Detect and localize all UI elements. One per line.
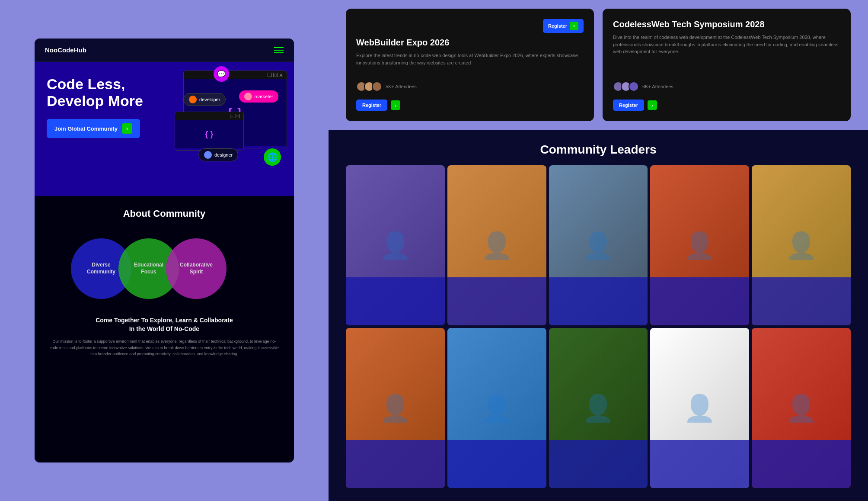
about-section: About Community DiverseCommunity Educati… [35, 196, 294, 462]
designer-label: designer [214, 152, 233, 157]
left-panel: NooCodeHub Code Less, Develop More Join … [0, 0, 329, 501]
leader-card-10: 👤 [752, 328, 851, 488]
event-1-footer: 5K+ Attendees [356, 81, 584, 92]
marketer-avatar [244, 93, 252, 100]
leader-card-8: 👤 [549, 328, 648, 488]
designer-badge: designer [198, 148, 238, 161]
event-1-avatar-group [356, 81, 382, 92]
event-1-register-button[interactable]: Register › [543, 19, 584, 33]
right-panel: Register › WebBuilder Expo 2026 Explore … [329, 0, 868, 501]
leader-card-2: 👤 [447, 165, 546, 325]
hero-headline: Code Less, Develop More [47, 76, 150, 109]
event-card-2: CodelessWeb Tech Symposium 2028 Dive int… [603, 9, 851, 121]
event-2-description: Dive into the realm of codeless web deve… [613, 34, 840, 77]
chat-bubble-icon: 💬 [214, 66, 229, 82]
event-1-attendee-count: 5K+ Attendees [386, 84, 417, 89]
leader-10-overlay [752, 440, 851, 488]
leader-5-overlay [752, 277, 851, 325]
nav-logo: NooCodeHub [45, 46, 86, 54]
window-controls: ─ □ ✕ [268, 73, 283, 77]
marketer-label: marketer [255, 94, 273, 99]
leader-4-overlay [650, 277, 749, 325]
leaders-grid: 👤 👤 👤 👤 👤 👤 [346, 165, 851, 488]
event-2-reg-arrow-full: › [648, 100, 657, 110]
event-1-register-arrow-icon: › [570, 22, 578, 30]
event-2-title: CodelessWeb Tech Symposium 2028 [613, 19, 840, 29]
event-2-register-btn-full[interactable]: Register [613, 100, 644, 111]
nav-bar: NooCodeHub [35, 39, 294, 62]
hamburger-menu[interactable] [274, 47, 284, 53]
leader-7-overlay [447, 440, 546, 488]
leaders-title: Community Leaders [346, 143, 851, 157]
venn-circle-collaborative: CollaborativeSpirit [166, 238, 227, 299]
leader-2-overlay [447, 277, 546, 325]
event-2-attendee-count: 6K+ Attendees [642, 84, 673, 89]
hero-ui-decoration: ─ □ ✕ { } ─ □ [175, 71, 287, 183]
mobile-frame: NooCodeHub Code Less, Develop More Join … [35, 39, 294, 462]
small-window-controls: ─ □ [230, 114, 240, 118]
cta-arrow-icon: › [122, 123, 132, 134]
about-body-text: Our mission is to foster a supportive en… [45, 338, 284, 357]
venn-collaborative-label: CollaborativeSpirit [180, 262, 213, 275]
event-card-header-1: Register › [356, 19, 584, 33]
leader-1-overlay [346, 277, 445, 325]
leader-6-overlay [346, 440, 445, 488]
small-window-titlebar: ─ □ [175, 112, 243, 120]
about-title: About Community [45, 208, 284, 219]
events-row: Register › WebBuilder Expo 2026 Explore … [329, 0, 868, 130]
developer-badge: developer [183, 93, 226, 106]
join-community-button[interactable]: Join Global Community › [47, 119, 140, 138]
venn-educational-label: EducationalFocus [134, 262, 163, 275]
event-1-register-label: Register [548, 23, 567, 29]
small-code-brackets: { } [205, 130, 213, 139]
event-2-avatar-group [613, 81, 639, 92]
event-1-reg-arrow-full: › [391, 100, 400, 110]
event-1-register-btn-full[interactable]: Register [356, 100, 387, 111]
venn-diagram: DiverseCommunity EducationalFocus Collab… [45, 230, 284, 308]
event-1-attendees: 5K+ Attendees [356, 81, 417, 92]
code-window-small: ─ □ { } [175, 112, 244, 151]
leader-9-overlay [650, 440, 749, 488]
event-card-1: Register › WebBuilder Expo 2026 Explore … [346, 9, 594, 121]
leader-card-5: 👤 [752, 165, 851, 325]
event-2-footer: 6K+ Attendees [613, 81, 840, 92]
attendee-avatar-3 [372, 81, 382, 92]
developer-label: developer [199, 97, 220, 102]
hero-section: Code Less, Develop More Join Global Comm… [35, 62, 294, 196]
leader-card-7: 👤 [447, 328, 546, 488]
globe-icon: 🌐 [264, 148, 281, 166]
small-window-body: { } [175, 120, 243, 148]
event-1-title: WebBuilder Expo 2026 [356, 37, 584, 48]
tagline: Come Together To Explore, Learn & Collab… [45, 316, 284, 333]
venn-diverse-label: DiverseCommunity [87, 262, 115, 275]
event-2-attendees: 6K+ Attendees [613, 81, 673, 92]
leader-card-4: 👤 [650, 165, 749, 325]
leaders-section: Community Leaders 👤 👤 👤 👤 👤 [329, 130, 868, 501]
leader-card-9: 👤 [650, 328, 749, 488]
leader-3-overlay [549, 277, 648, 325]
developer-avatar [189, 96, 197, 103]
leader-card-6: 👤 [346, 328, 445, 488]
event-1-register-full: Register › [356, 100, 584, 111]
leader-card-3: 👤 [549, 165, 648, 325]
event-2-register-full: Register › [613, 100, 840, 111]
window-titlebar: ─ □ ✕ [184, 71, 287, 79]
marketer-badge: marketer [239, 90, 278, 103]
leader-8-overlay [549, 440, 648, 488]
attendee-avatar-6 [629, 81, 639, 92]
cta-label: Join Global Community [54, 125, 118, 132]
event-1-description: Explore the latest trends in no-code web… [356, 52, 584, 77]
designer-avatar [204, 151, 212, 159]
leader-card-1: 👤 [346, 165, 445, 325]
